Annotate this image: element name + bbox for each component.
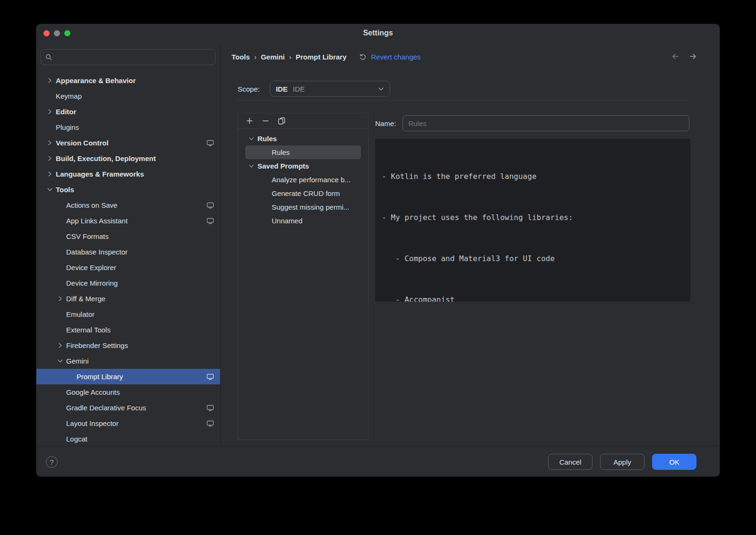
revert-icon[interactable] (359, 53, 367, 60)
sidebar-item-label: External Tools (66, 326, 111, 334)
sidebar-item-label: Gradle Declarative Focus (66, 404, 146, 412)
sidebar-item-label: Build, Execution, Deployment (56, 154, 156, 162)
sidebar-item-database-inspector[interactable]: Database Inspector (36, 244, 220, 260)
monitor-icon (206, 139, 214, 147)
sidebar-item-appearance-behavior[interactable]: Appearance & Behavior (36, 73, 220, 88)
settings-search-field[interactable] (40, 49, 215, 65)
sidebar-item-app-links-assistant[interactable]: App Links Assistant (36, 213, 220, 229)
sidebar-item-diff-merge[interactable]: Diff & Merge (36, 291, 220, 306)
sidebar-item-device-mirroring[interactable]: Device Mirroring (36, 275, 220, 291)
chevron-right-icon[interactable] (47, 77, 53, 84)
sidebar-item-tools[interactable]: Tools (36, 182, 220, 197)
breadcrumb-tools[interactable]: Tools (232, 53, 250, 61)
prompt-item-analyze-performance[interactable]: Analyze performance b... (245, 173, 361, 187)
scope-value: IDE (293, 85, 373, 93)
duplicate-prompt-button[interactable] (278, 117, 285, 125)
prompt-group-rules[interactable]: Rules (245, 132, 361, 145)
scope-row: Scope: IDE IDE (238, 81, 390, 97)
revert-changes-link[interactable]: Revert changes (371, 53, 421, 61)
chevron-down-icon[interactable] (57, 358, 63, 364)
help-button[interactable]: ? (46, 456, 58, 468)
chevron-right-icon[interactable] (47, 140, 53, 146)
sidebar-item-languages-frameworks[interactable]: Languages & Frameworks (36, 166, 220, 182)
sidebar-item-label: Tools (56, 186, 74, 194)
sidebar-item-google-accounts[interactable]: Google Accounts (36, 384, 220, 400)
sidebar-item-emulator[interactable]: Emulator (36, 306, 220, 322)
prompt-item-label: Rules (272, 148, 290, 156)
titlebar: Settings (36, 24, 720, 43)
sidebar-item-device-explorer[interactable]: Device Explorer (36, 260, 220, 275)
prompt-group-label: Rules (258, 135, 277, 143)
sidebar-item-label: Gemini (66, 357, 89, 365)
sidebar-item-gradle-declarative-focus[interactable]: Gradle Declarative Focus (36, 400, 220, 416)
sidebar-item-editor[interactable]: Editor (36, 104, 220, 119)
scope-label: Scope: (238, 85, 260, 93)
prompt-list-toolbar (238, 113, 368, 129)
sidebar-item-layout-inspector[interactable]: Layout Inspector (36, 416, 220, 431)
prompt-text-editor[interactable]: - Kotlin is the preferred language - My … (375, 139, 690, 302)
apply-button[interactable]: Apply (600, 454, 644, 470)
sidebar-item-label: Logcat (66, 435, 87, 443)
sidebar-item-version-control[interactable]: Version Control (36, 135, 220, 151)
footer-buttons: Cancel Apply OK (548, 454, 696, 470)
prompt-item-generate-crud-form[interactable]: Generate CRUD form (245, 187, 361, 200)
chevron-down-icon (378, 86, 384, 92)
chevron-down-icon[interactable] (47, 187, 53, 193)
remove-prompt-button[interactable] (262, 117, 269, 125)
sidebar-item-keymap[interactable]: Keymap (36, 88, 220, 104)
sidebar-item-external-tools[interactable]: External Tools (36, 322, 220, 338)
sidebar-item-build-execution-deployment[interactable]: Build, Execution, Deployment (36, 151, 220, 166)
sidebar-item-logcat[interactable]: Logcat (36, 431, 220, 446)
horizontal-separator (238, 100, 689, 101)
sidebar-item-gemini[interactable]: Gemini (36, 353, 220, 369)
prompt-tree: Rules Rules Saved Prompts Analyze perfor… (238, 129, 368, 228)
prompt-item-label: Analyze performance b... (272, 176, 351, 184)
forward-arrow-icon[interactable] (689, 52, 697, 60)
chevron-right-icon[interactable] (57, 342, 63, 348)
back-arrow-icon[interactable] (671, 52, 679, 60)
prompt-item-label: Suggest missing permi... (272, 203, 349, 211)
sidebar-item-prompt-library[interactable]: Prompt Library (36, 369, 220, 384)
prompt-item-unnamed[interactable]: Unnamed (245, 214, 361, 228)
breadcrumb: Tools › Gemini › Prompt Library Revert c… (232, 51, 421, 63)
ok-button[interactable]: OK (652, 454, 696, 470)
add-prompt-button[interactable] (246, 117, 253, 125)
scope-select[interactable]: IDE IDE (270, 81, 390, 97)
sidebar-item-label: Editor (56, 108, 76, 116)
prompt-group-saved-prompts[interactable]: Saved Prompts (245, 159, 361, 173)
chevron-down-icon[interactable] (249, 163, 254, 169)
prompt-group-label: Saved Prompts (258, 162, 309, 170)
sidebar-item-actions-on-save[interactable]: Actions on Save (36, 197, 220, 213)
prompt-item-rules[interactable]: Rules (245, 145, 361, 159)
search-input[interactable] (56, 53, 211, 61)
window-title: Settings (36, 29, 720, 37)
sidebar-item-label: Version Control (56, 139, 109, 147)
settings-tree: Appearance & Behavior Keymap Editor Plug… (36, 73, 220, 446)
sidebar-item-csv-formats[interactable]: CSV Formats (36, 229, 220, 244)
sidebar-item-label: Appearance & Behavior (56, 76, 136, 85)
breadcrumb-separator: › (289, 53, 292, 61)
chevron-right-icon[interactable] (47, 155, 53, 161)
chevron-down-icon[interactable] (249, 136, 254, 142)
editor-line: - My project uses the following librarie… (382, 211, 687, 224)
editor-line: - Compose and Material3 for UI code (382, 252, 687, 265)
sidebar-item-label: Firebender Settings (66, 341, 128, 349)
sidebar-item-plugins[interactable]: Plugins (36, 119, 220, 135)
settings-window: Settings Appearance & Behavior Keymap Ed… (36, 24, 720, 477)
sidebar-item-label: Emulator (66, 310, 94, 318)
prompt-item-label: Unnamed (272, 217, 302, 225)
sidebar-item-label: Plugins (56, 123, 79, 131)
sidebar-item-firebender-settings[interactable]: Firebender Settings (36, 338, 220, 353)
chevron-right-icon[interactable] (47, 171, 53, 177)
chevron-right-icon[interactable] (57, 296, 63, 302)
name-label: Name: (375, 119, 396, 127)
prompt-name-row: Name: (375, 115, 689, 131)
cancel-button[interactable]: Cancel (548, 454, 593, 470)
breadcrumb-gemini[interactable]: Gemini (261, 53, 285, 61)
prompt-item-suggest-missing-permissions[interactable]: Suggest missing permi... (245, 200, 361, 214)
prompt-name-input[interactable] (403, 115, 689, 131)
prompt-item-label: Generate CRUD form (272, 189, 340, 197)
monitor-icon (206, 373, 214, 381)
chevron-right-icon[interactable] (47, 109, 53, 115)
sidebar-item-label: Device Mirroring (66, 279, 118, 287)
